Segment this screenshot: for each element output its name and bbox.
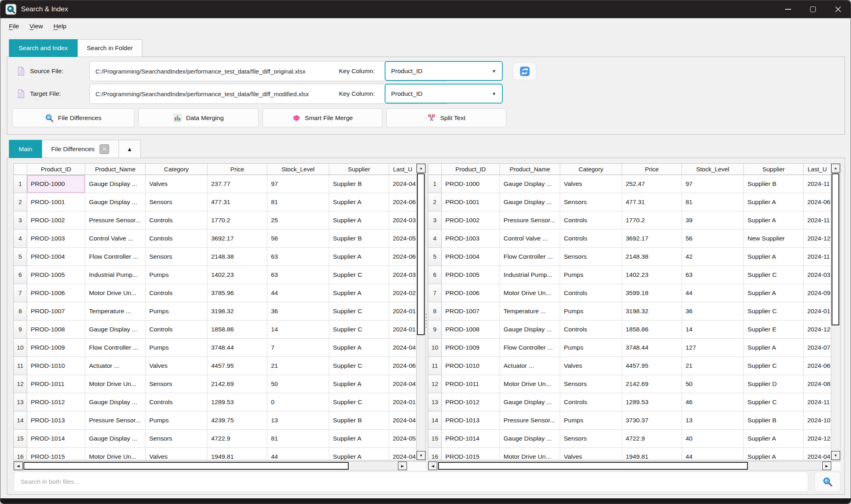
table-cell[interactable]: Temperature ... [500,302,560,321]
column-header[interactable]: Product_ID [442,164,500,175]
row-number[interactable]: 10 [428,339,442,357]
table-cell[interactable]: Flow Controller ... [85,339,146,357]
table-splitter[interactable] [424,163,428,460]
table-cell[interactable]: 2024-02 [389,284,417,302]
row-number[interactable]: 14 [14,411,27,430]
tab-file-differences[interactable]: File Differences ✕ [42,140,119,158]
table-cell[interactable]: Flow Controller ... [85,248,146,266]
table-cell[interactable]: Pressure Sensor... [500,211,560,230]
row-number[interactable]: 12 [428,375,442,393]
table-cell[interactable]: PROD-1007 [442,302,500,321]
table-cell[interactable]: Supplier A [744,248,804,266]
row-number[interactable]: 11 [428,357,442,375]
scroll-down-button[interactable]: ▼ [831,451,840,460]
table-cell[interactable]: Gauge Display ... [500,175,560,193]
table-cell[interactable]: 2024-04 [389,375,417,393]
row-number[interactable]: 7 [428,284,442,302]
source-key-column-select[interactable]: Product_ID ▼ [385,61,503,81]
table-cell[interactable]: Gauge Display ... [500,430,560,448]
table-cell[interactable]: 477.31 [622,193,682,211]
table-cell[interactable]: PROD-1010 [442,357,500,375]
table-cell[interactable]: 2024-01 [804,302,831,321]
horizontal-scrollbar[interactable]: ◀ ▶ [13,461,426,470]
table-cell[interactable]: Controls [146,284,207,302]
scroll-left-button[interactable]: ◀ [428,462,437,470]
table-cell[interactable]: Supplier C [329,321,389,339]
table-cell[interactable]: Actuator ... [85,357,146,375]
table-cell[interactable]: 2024-06 [804,357,831,375]
table-cell[interactable]: 2024-12 [804,430,831,448]
table-cell[interactable]: PROD-1015 [442,448,500,460]
table-cell[interactable]: 3730.37 [622,411,682,430]
table-cell[interactable]: Supplier A [329,375,389,393]
search-input[interactable] [14,472,808,492]
table-cell[interactable]: 44 [267,284,329,302]
row-number[interactable]: 7 [14,284,27,302]
table-cell[interactable]: 50 [682,375,744,393]
table-cell[interactable]: Motor Drive Un... [500,284,560,302]
table-cell[interactable]: 2024-03 [389,266,417,284]
table-cell[interactable]: 2024-05 [389,230,417,248]
row-number[interactable]: 14 [428,411,442,430]
row-number[interactable]: 15 [428,430,442,448]
table-cell[interactable]: 2024-01 [389,393,417,411]
column-header[interactable]: Price [622,164,682,175]
table-cell[interactable]: 2024-04 [389,448,417,460]
table-cell[interactable]: PROD-1010 [27,357,85,375]
table-cell[interactable]: Industrial Pump... [500,266,560,284]
table-cell[interactable]: 2148.38 [207,248,267,266]
table-cell[interactable]: PROD-1001 [442,193,500,211]
table-cell[interactable]: 4457.95 [207,357,267,375]
table-cell[interactable]: Pumps [146,339,207,357]
table-cell[interactable]: Supplier A [329,448,389,460]
row-number[interactable]: 12 [14,375,27,393]
table-cell[interactable]: 56 [267,230,329,248]
table-cell[interactable]: Sensors [146,430,207,448]
table-cell[interactable]: PROD-1012 [27,393,85,411]
table-cell[interactable]: Sensors [146,248,207,266]
table-cell[interactable]: 39 [682,211,744,230]
table-cell[interactable]: 2024-12 [804,321,831,339]
table-cell[interactable]: 1770.2 [207,211,267,230]
scroll-up-button[interactable]: ▲ [831,164,840,173]
table-cell[interactable]: Supplier C [744,357,804,375]
table-cell[interactable]: Controls [560,230,622,248]
scroll-right-button[interactable]: ▶ [398,462,407,470]
table-cell[interactable]: Gauge Display ... [85,175,146,193]
table-cell[interactable]: 97 [682,175,744,193]
table-cell[interactable]: Control Valve ... [85,230,146,248]
table-cell[interactable]: 97 [267,175,329,193]
table-cell[interactable]: Supplier C [329,302,389,321]
table-cell[interactable]: Sensors [560,193,622,211]
table-cell[interactable]: Gauge Display ... [85,430,146,448]
table-cell[interactable]: Supplier B [744,411,804,430]
row-number[interactable]: 4 [428,230,442,248]
table-cell[interactable]: Controls [146,393,207,411]
table-cell[interactable]: 1402.23 [622,266,682,284]
table-cell[interactable]: 237.77 [207,175,267,193]
table-cell[interactable]: 2024-04 [389,339,417,357]
table-cell[interactable]: Supplier A [329,284,389,302]
table-cell[interactable]: Gauge Display ... [85,193,146,211]
column-header[interactable]: Product_Name [85,164,146,175]
table-cell[interactable]: 44 [682,448,744,460]
table-cell[interactable]: 3599.18 [622,284,682,302]
table-cell[interactable]: Supplier A [329,193,389,211]
table-cell[interactable]: 81 [267,193,329,211]
row-number[interactable]: 1 [14,175,27,193]
table-cell[interactable]: 2024-08 [804,375,831,393]
table-cell[interactable]: Supplier A [744,193,804,211]
table-cell[interactable]: PROD-1005 [442,266,500,284]
table-cell[interactable]: PROD-1014 [27,430,85,448]
smart-file-merge-button[interactable]: Smart File Merge [262,108,382,127]
split-text-button[interactable]: Split Text [386,108,506,127]
table-cell[interactable]: 127 [682,339,744,357]
row-number[interactable]: 15 [14,430,27,448]
table-cell[interactable]: PROD-1006 [442,284,500,302]
table-cell[interactable]: 2024-05 [389,430,417,448]
table-cell[interactable]: Control Valve ... [500,230,560,248]
table-cell[interactable]: Pumps [560,411,622,430]
table-cell[interactable]: Gauge Display ... [500,193,560,211]
table-cell[interactable]: 3748.44 [207,339,267,357]
table-cell[interactable]: 1949.81 [622,448,682,460]
